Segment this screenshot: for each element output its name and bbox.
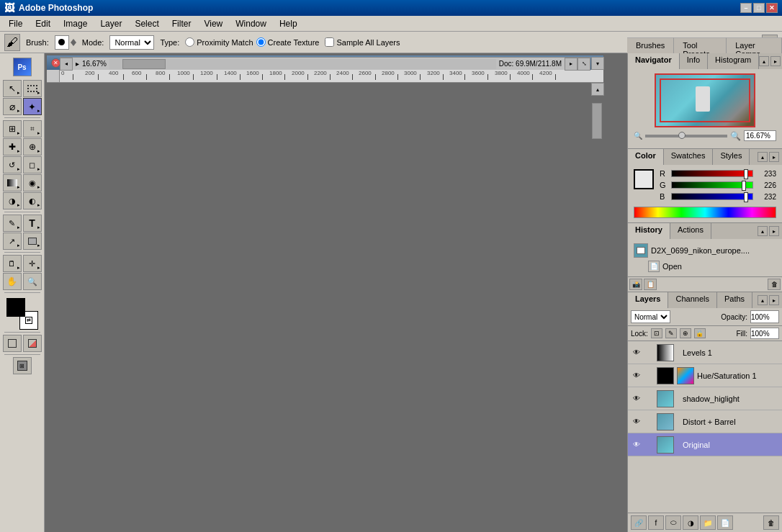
g-thumb[interactable]	[742, 181, 746, 191]
layer-comps-tab[interactable]: Layer Comps	[727, 37, 782, 54]
menu-layer[interactable]: Layer	[94, 17, 127, 30]
brushes-tab[interactable]: Brushes	[627, 37, 674, 54]
create-texture-radio[interactable]: Create Texture	[256, 37, 320, 47]
history-new-document-btn[interactable]: 📋	[644, 279, 657, 290]
zoom-tool[interactable]: 🔍	[23, 273, 42, 290]
zoom-out-icon[interactable]: 🔍	[634, 132, 642, 140]
r-slider[interactable]	[671, 170, 753, 177]
history-open[interactable]: 📄 Open	[631, 259, 779, 274]
menu-view[interactable]: View	[198, 17, 228, 30]
menu-filter[interactable]: Filter	[166, 17, 197, 30]
b-thumb[interactable]	[744, 192, 748, 202]
tab-channels[interactable]: Channels	[668, 292, 716, 308]
tab-layers[interactable]: Layers	[628, 292, 668, 308]
swap-colors-icon[interactable]: ⇄	[25, 317, 32, 324]
fg-color-swatch[interactable]	[634, 169, 654, 189]
layer-eye-distort[interactable]: 👁	[631, 416, 642, 428]
g-slider[interactable]	[671, 181, 753, 189]
nav-panel-menu-btn[interactable]: ▸	[770, 56, 781, 66]
nav-panel-collapse-btn[interactable]: ▴	[759, 56, 769, 66]
gradient-tool[interactable]: ▸	[3, 174, 22, 191]
sample-all-layers-checkbox[interactable]	[325, 37, 334, 47]
lasso-tool[interactable]: ⌀ ▸	[3, 98, 22, 115]
eraser-tool[interactable]: ◻ ▸	[23, 156, 42, 173]
layer-row-distort[interactable]: 👁 Distort + Barrel	[628, 410, 782, 433]
shape-tool[interactable]: ▸	[23, 233, 42, 250]
tab-info[interactable]: Info	[680, 53, 708, 69]
slice-tool[interactable]: ⌗ ▸	[23, 120, 42, 137]
notes-tool[interactable]: 🗒 ▸	[3, 255, 22, 272]
brush-size-down[interactable]	[71, 42, 76, 46]
scroll-up-btn[interactable]: ▴	[591, 83, 604, 96]
quick-mask-btn[interactable]	[23, 335, 42, 352]
layer-adjustment-btn[interactable]: ◑	[683, 515, 698, 530]
layer-eye-hue[interactable]: 👁	[631, 370, 642, 382]
color-spectrum[interactable]	[634, 207, 776, 218]
lock-all-btn[interactable]: 🔒	[694, 328, 706, 338]
marquee-tool[interactable]: ▸	[23, 80, 42, 97]
zoom-in-icon[interactable]: 🔍	[730, 131, 741, 141]
move-tool[interactable]: ↖ ▸	[3, 80, 22, 97]
doc-status-arrow[interactable]: ▸	[76, 60, 79, 68]
layer-mask-btn[interactable]: ⬭	[665, 515, 681, 530]
burn-tool[interactable]: ◐ ▸	[23, 192, 42, 209]
minimize-button[interactable]: –	[740, 3, 752, 13]
scroll-expand-btn[interactable]: ⤡	[577, 58, 590, 71]
h-scroll-track[interactable]	[109, 59, 496, 69]
history-delete-btn[interactable]: 🗑	[768, 279, 781, 290]
tab-actions[interactable]: Actions	[670, 223, 711, 239]
crop-tool[interactable]: ⊞ ▸	[3, 120, 22, 137]
tab-styles[interactable]: Styles	[713, 149, 750, 165]
history-panel-menu-btn[interactable]: ▸	[769, 226, 779, 236]
menu-image[interactable]: Image	[58, 17, 93, 30]
pen-tool[interactable]: ✎ ▸	[3, 215, 22, 232]
brush-preview[interactable]	[55, 35, 69, 50]
tab-histogram[interactable]: Histogram	[708, 53, 759, 69]
close-button[interactable]: ✕	[766, 3, 778, 13]
hand-tool[interactable]: ✋	[3, 273, 22, 290]
tab-color[interactable]: Color	[628, 149, 664, 165]
tab-navigator[interactable]: Navigator	[628, 53, 680, 69]
history-panel-collapse-btn[interactable]: ▴	[758, 226, 768, 236]
r-thumb[interactable]	[744, 169, 748, 179]
stamp-tool[interactable]: ⊕ ▸	[23, 138, 42, 155]
fill-input[interactable]	[750, 328, 779, 339]
menu-window[interactable]: Window	[230, 17, 272, 30]
menu-select[interactable]: Select	[129, 17, 164, 30]
layer-eye-levels[interactable]: 👁	[631, 347, 642, 359]
tab-paths[interactable]: Paths	[717, 292, 752, 308]
h-scroll-thumb[interactable]	[122, 59, 166, 69]
color-panel-collapse-btn[interactable]: ▴	[758, 152, 768, 162]
layer-eye-shadow[interactable]: 👁	[631, 393, 642, 405]
sample-all-layers-group[interactable]: Sample All Layers	[325, 37, 400, 47]
layer-delete-btn[interactable]: 🗑	[763, 515, 779, 530]
history-new-snapshot-btn[interactable]: 📸	[629, 279, 642, 290]
layer-eye-original[interactable]: 👁	[631, 439, 642, 451]
zoom-value-input[interactable]: 16.67%	[744, 130, 776, 141]
path-selection-tool[interactable]: ↗ ▸	[3, 233, 22, 250]
mode-select[interactable]: Normal	[109, 35, 154, 50]
magic-wand-tool[interactable]: ✦ ▸	[23, 98, 42, 115]
layers-panel-menu-btn[interactable]: ▸	[769, 295, 779, 305]
standard-mode-btn[interactable]	[3, 335, 22, 352]
blur-tool[interactable]: ◉ ▸	[23, 174, 42, 191]
layers-panel-collapse-btn[interactable]: ▴	[758, 295, 768, 305]
menu-edit[interactable]: Edit	[30, 17, 56, 30]
blend-mode-select[interactable]: Normal	[631, 310, 670, 323]
zoom-thumb[interactable]	[678, 132, 686, 139]
fg-bg-area[interactable]: ⇄	[6, 298, 38, 330]
tab-history[interactable]: History	[628, 223, 670, 239]
zoom-slider[interactable]	[645, 135, 727, 137]
screen-mode-btn[interactable]: ⊞	[13, 357, 32, 374]
layer-row-original[interactable]: 👁 Original	[628, 433, 782, 456]
layer-row-hue[interactable]: 👁 Hue/Saturation 1	[628, 364, 782, 387]
v-scroll-thumb[interactable]	[592, 103, 602, 139]
menu-file[interactable]: File	[3, 17, 28, 30]
lock-position-btn[interactable]: ⊕	[680, 328, 691, 338]
type-tool[interactable]: T ▸	[23, 215, 42, 232]
tab-swatches[interactable]: Swatches	[664, 149, 714, 165]
history-brush-tool[interactable]: ↺ ▸	[3, 156, 22, 173]
history-snapshot[interactable]: D2X_0699_nikon_europe....	[631, 242, 779, 259]
dodge-tool[interactable]: ◑ ▸	[3, 192, 22, 209]
foreground-color[interactable]	[6, 298, 25, 317]
